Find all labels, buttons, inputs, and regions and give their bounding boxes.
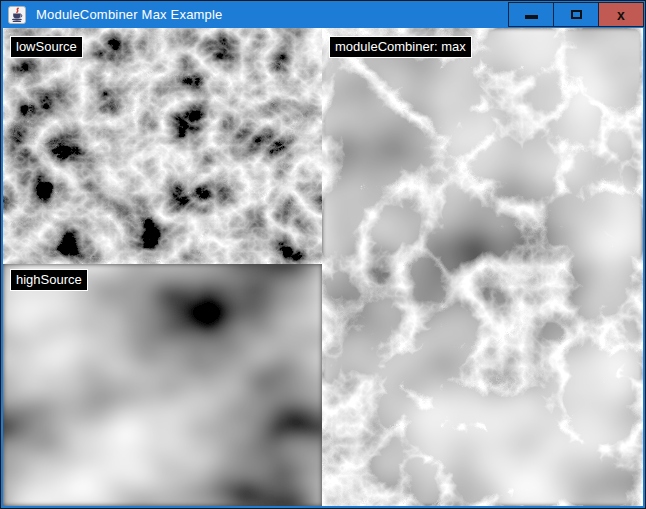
minimize-icon bbox=[525, 15, 538, 19]
window-controls: x bbox=[508, 2, 644, 27]
combined-ridged-noise-layer bbox=[322, 28, 643, 506]
java-app-icon[interactable] bbox=[8, 6, 26, 24]
titlebar[interactable]: ModuleCombiner Max Example x bbox=[1, 1, 645, 28]
app-window: ModuleCombiner Max Example x lowSource bbox=[0, 0, 646, 509]
panel-label-modulecombiner: moduleCombiner: max bbox=[329, 36, 472, 58]
lowsource-noise-image bbox=[3, 28, 322, 264]
noise-panel-highsource: highSource bbox=[3, 264, 322, 506]
minimize-button[interactable] bbox=[508, 2, 554, 27]
highsource-noise-image bbox=[3, 264, 322, 506]
panel-label-highsource: highSource bbox=[10, 269, 88, 291]
left-column: lowSource highSource bbox=[3, 28, 322, 506]
noise-panel-lowsource: lowSource bbox=[3, 28, 322, 264]
maximize-button[interactable] bbox=[553, 2, 599, 27]
close-button[interactable]: x bbox=[598, 2, 644, 27]
close-icon: x bbox=[617, 8, 625, 22]
window-title: ModuleCombiner Max Example bbox=[36, 7, 223, 22]
content-area: lowSource highSource module bbox=[3, 28, 643, 506]
panel-label-lowsource: lowSource bbox=[10, 36, 83, 58]
noise-panel-modulecombiner: moduleCombiner: max bbox=[322, 28, 643, 506]
maximize-icon bbox=[571, 10, 582, 19]
